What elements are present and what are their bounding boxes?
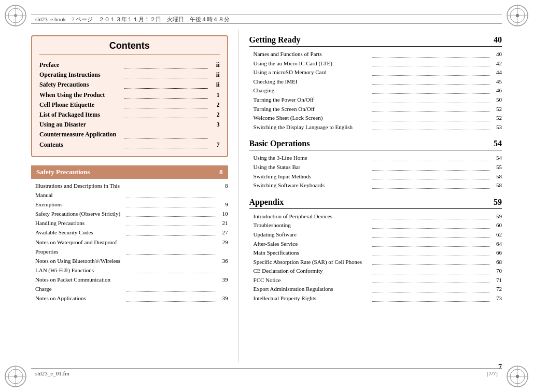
- corner-tl: [3, 3, 29, 29]
- getting-ready-header: Getting Ready 40: [249, 35, 502, 47]
- safety-item-waterproof: Notes on Waterproof and Dustproof Proper…: [31, 237, 228, 256]
- toc-entry-contents: Contents 7: [39, 140, 220, 150]
- corner-tr: [504, 3, 530, 29]
- appendix-header: Appendix 59: [249, 198, 502, 209]
- safety-item-illustrations: Illustrations and Descriptions in This M…: [31, 181, 228, 200]
- contents-box: Contents Preface ii Operating Instructio…: [31, 35, 228, 157]
- toc-main-list: Preface ii Operating Instructions ii Saf…: [39, 60, 220, 150]
- section-appendix: Appendix 59 Introduction of Peripheral D…: [249, 198, 502, 303]
- getting-ready-page: 40: [494, 35, 502, 45]
- basic-ops-header: Basic Operations 54: [249, 139, 502, 150]
- main-content: Contents Preface ii Operating Instructio…: [31, 30, 502, 362]
- footer-bar: shl23_e_01.fm [7/7]: [31, 368, 502, 377]
- safety-header-page: 8: [219, 168, 223, 176]
- safety-item-packet: Notes on Packet Communication Charge 39: [31, 275, 228, 293]
- item-intellectual-property: Intellectual Property Rights 73: [249, 294, 502, 303]
- toc-entry-disaster: Using au Disaster Countermeasure Applica…: [39, 120, 220, 139]
- safety-item-applications: Notes on Applications 39: [31, 293, 228, 303]
- appendix-page: 59: [494, 198, 502, 207]
- footer-left: shl23_e_01.fm: [35, 370, 69, 376]
- safety-header: Safety Precautions 8: [31, 165, 228, 179]
- basic-ops-title: Basic Operations: [249, 139, 310, 148]
- appendix-title: Appendix: [249, 198, 284, 207]
- safety-precautions-section: Safety Precautions 8 Illustrations and D…: [31, 165, 228, 303]
- item-display-language: Switching the Display Language to Englis…: [249, 123, 502, 132]
- basic-ops-page: 54: [494, 139, 502, 148]
- getting-ready-title: Getting Ready: [249, 35, 301, 45]
- safety-item-bluetooth: Notes on Using Bluetooth®/Wireless LAN (…: [31, 256, 228, 275]
- section-getting-ready: Getting Ready 40 Names and Functions of …: [249, 35, 502, 132]
- section-basic-operations: Basic Operations 54 Using the 3-Line Hom…: [249, 139, 502, 190]
- safety-header-title: Safety Precautions: [36, 168, 90, 176]
- corner-bl: [3, 363, 29, 389]
- contents-title: Contents: [39, 40, 220, 55]
- right-column: Getting Ready 40 Names and Functions of …: [239, 30, 502, 362]
- item-software-keyboards: Switching Software Keyboards 58: [249, 181, 502, 190]
- header-bar: shl23_e.book 7 ページ ２０１３年１１月１２日 火曜日 午後４時４…: [31, 15, 502, 24]
- left-column: Contents Preface ii Operating Instructio…: [31, 30, 239, 362]
- corner-br: [504, 363, 530, 389]
- safety-items-list: Illustrations and Descriptions in This M…: [31, 181, 228, 303]
- header-text: shl23_e.book 7 ページ ２０１３年１１月１２日 火曜日 午後４時４…: [35, 16, 230, 23]
- footer-right: [7/7]: [487, 370, 498, 376]
